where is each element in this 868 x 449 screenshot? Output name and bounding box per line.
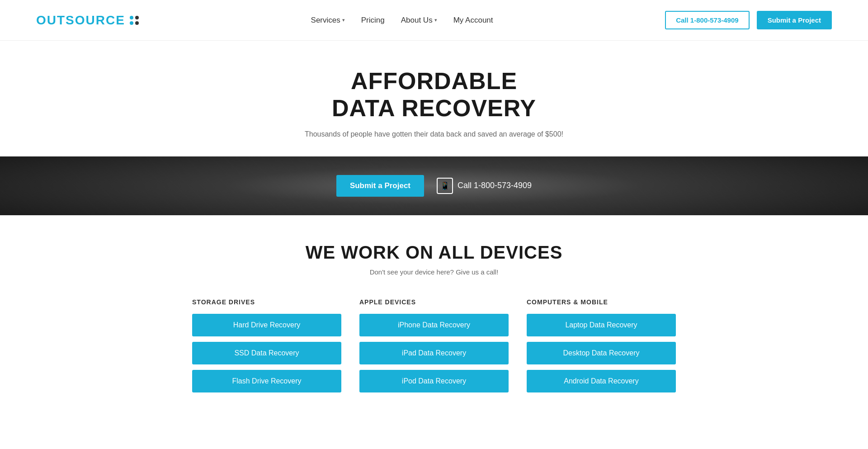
- phone-icon: 📱: [437, 178, 453, 194]
- service-buttons-2: Laptop Data RecoveryDesktop Data Recover…: [527, 314, 676, 392]
- device-column-1: APPLE DEVICESiPhone Data RecoveryiPad Da…: [359, 298, 509, 392]
- service-btn-0-0[interactable]: Hard Drive Recovery: [192, 314, 341, 336]
- site-header: OUTSOURCE Services ▾ Pricing About Us ▾ …: [0, 0, 868, 41]
- service-btn-0-2[interactable]: Flash Drive Recovery: [192, 370, 341, 392]
- hero-title: AFFORDABLE DATA RECOVERY: [9, 68, 859, 122]
- hero-section: AFFORDABLE DATA RECOVERY Thousands of pe…: [0, 41, 868, 156]
- nav-item-about[interactable]: About Us ▾: [401, 16, 437, 25]
- column-title-1: APPLE DEVICES: [359, 298, 509, 306]
- logo-dot-3: [130, 21, 133, 25]
- main-nav: Services ▾ Pricing About Us ▾ My Account: [311, 16, 493, 25]
- logo-dot-1: [130, 16, 133, 19]
- service-btn-0-1[interactable]: SSD Data Recovery: [192, 342, 341, 364]
- logo-text: OUTSOURCE: [36, 13, 125, 28]
- nav-item-pricing[interactable]: Pricing: [361, 16, 385, 25]
- service-btn-2-1[interactable]: Desktop Data Recovery: [527, 342, 676, 364]
- logo-dot-4: [135, 21, 139, 25]
- devices-subtitle: Don't see your device here? Give us a ca…: [36, 268, 832, 276]
- chevron-down-icon: ▾: [342, 17, 345, 23]
- header-actions: Call 1-800-573-4909 Submit a Project: [665, 11, 832, 29]
- banner-content: Submit a Project 📱 Call 1-800-573-4909: [336, 175, 532, 197]
- submit-project-button[interactable]: Submit a Project: [757, 11, 832, 29]
- service-buttons-1: iPhone Data RecoveryiPad Data RecoveryiP…: [359, 314, 509, 392]
- service-btn-2-0[interactable]: Laptop Data Recovery: [527, 314, 676, 336]
- service-btn-2-2[interactable]: Android Data Recovery: [527, 370, 676, 392]
- devices-title: WE WORK ON ALL DEVICES: [36, 242, 832, 263]
- call-button[interactable]: Call 1-800-573-4909: [665, 11, 749, 29]
- service-buttons-0: Hard Drive RecoverySSD Data RecoveryFlas…: [192, 314, 341, 392]
- column-title-0: STORAGE DRIVES: [192, 298, 341, 306]
- hero-subtitle: Thousands of people have gotten their da…: [9, 130, 859, 138]
- service-btn-1-0[interactable]: iPhone Data Recovery: [359, 314, 509, 336]
- logo-dot-2: [135, 16, 139, 19]
- device-column-0: STORAGE DRIVESHard Drive RecoverySSD Dat…: [192, 298, 341, 392]
- banner-submit-button[interactable]: Submit a Project: [336, 175, 424, 197]
- devices-section: WE WORK ON ALL DEVICES Don't see your de…: [0, 215, 868, 429]
- service-btn-1-2[interactable]: iPod Data Recovery: [359, 370, 509, 392]
- device-columns: STORAGE DRIVESHard Drive RecoverySSD Dat…: [36, 298, 832, 392]
- column-title-2: COMPUTERS & MOBILE: [527, 298, 676, 306]
- nav-item-services[interactable]: Services ▾: [311, 16, 345, 25]
- hero-banner: Submit a Project 📱 Call 1-800-573-4909: [0, 156, 868, 215]
- service-btn-1-1[interactable]: iPad Data Recovery: [359, 342, 509, 364]
- logo-dots: [130, 16, 139, 25]
- banner-call-button[interactable]: 📱 Call 1-800-573-4909: [437, 178, 532, 194]
- chevron-down-icon-about: ▾: [434, 17, 437, 23]
- device-column-2: COMPUTERS & MOBILELaptop Data RecoveryDe…: [527, 298, 676, 392]
- nav-item-myaccount[interactable]: My Account: [453, 16, 493, 25]
- logo: OUTSOURCE: [36, 13, 139, 28]
